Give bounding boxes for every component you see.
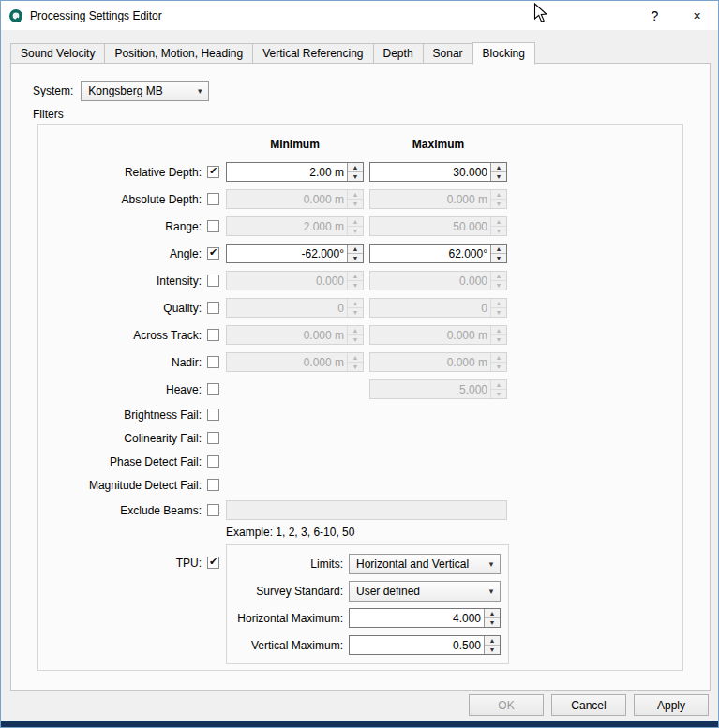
spin-buttons[interactable]: ▲▼ <box>347 299 363 317</box>
nadir-min-input[interactable] <box>227 353 347 371</box>
spin-down-icon[interactable]: ▼ <box>491 253 506 262</box>
absolute-depth-min-spinner[interactable]: ▲▼ <box>226 189 364 209</box>
tab-position-motion-heading[interactable]: Position, Motion, Heading <box>104 43 253 64</box>
quality-max-input[interactable] <box>370 299 490 317</box>
spin-down-icon[interactable]: ▼ <box>491 199 506 208</box>
spin-down-icon[interactable]: ▼ <box>491 389 506 398</box>
relative-depth-min-spinner[interactable]: ▲▼ <box>226 162 364 182</box>
spin-up-icon[interactable]: ▲ <box>491 190 506 199</box>
spin-up-icon[interactable]: ▲ <box>491 163 506 171</box>
across-track-checkbox[interactable] <box>207 329 219 341</box>
heave-max-input[interactable] <box>370 380 490 398</box>
across-track-min-spinner[interactable]: ▲▼ <box>226 325 364 345</box>
tab-blocking[interactable]: Blocking <box>472 42 535 65</box>
intensity-max-input[interactable] <box>370 272 490 290</box>
spin-down-icon[interactable]: ▼ <box>485 645 500 654</box>
spin-buttons[interactable]: ▲▼ <box>347 326 363 344</box>
close-button[interactable]: × <box>676 1 718 30</box>
spin-down-icon[interactable]: ▼ <box>491 171 506 181</box>
spin-down-icon[interactable]: ▼ <box>491 280 506 290</box>
relative-depth-checkbox[interactable] <box>207 166 219 178</box>
spin-buttons[interactable]: ▲▼ <box>347 190 363 208</box>
range-checkbox[interactable] <box>207 220 219 232</box>
angle-checkbox[interactable] <box>207 247 219 260</box>
phase-detect-fail-checkbox[interactable] <box>207 455 219 468</box>
spin-down-icon[interactable]: ▼ <box>348 171 363 181</box>
absolute-depth-max-spinner[interactable]: ▲▼ <box>369 189 507 209</box>
spin-buttons[interactable]: ▲▼ <box>347 272 363 290</box>
spin-up-icon[interactable]: ▲ <box>348 353 363 362</box>
spin-up-icon[interactable]: ▲ <box>491 217 506 226</box>
range-max-input[interactable] <box>370 217 490 235</box>
spin-buttons[interactable]: ▲▼ <box>347 163 363 181</box>
cancel-button[interactable]: Cancel <box>551 694 626 716</box>
spin-buttons[interactable]: ▲▼ <box>347 353 363 371</box>
nadir-max-input[interactable] <box>370 353 490 371</box>
angle-min-spinner[interactable]: ▲▼ <box>226 244 364 263</box>
spin-buttons[interactable]: ▲▼ <box>347 217 363 235</box>
across-track-max-spinner[interactable]: ▲▼ <box>369 325 507 345</box>
quality-max-spinner[interactable]: ▲▼ <box>369 298 507 318</box>
intensity-max-spinner[interactable]: ▲▼ <box>369 271 507 290</box>
spin-up-icon[interactable]: ▲ <box>348 245 363 253</box>
spin-up-icon[interactable]: ▲ <box>348 299 363 307</box>
vertical-maximum-spinner[interactable]: ▲▼ <box>349 635 501 655</box>
apply-button[interactable]: Apply <box>634 694 709 716</box>
spin-up-icon[interactable]: ▲ <box>348 217 363 226</box>
spin-buttons[interactable]: ▲▼ <box>484 609 500 627</box>
spin-buttons[interactable]: ▲▼ <box>490 272 506 290</box>
spin-down-icon[interactable]: ▼ <box>485 617 500 627</box>
tpu-checkbox[interactable] <box>207 557 219 569</box>
spin-down-icon[interactable]: ▼ <box>491 362 506 371</box>
angle-max-input[interactable] <box>370 245 490 262</box>
intensity-min-input[interactable] <box>227 272 347 290</box>
help-button[interactable]: ? <box>634 1 676 30</box>
across-track-min-input[interactable] <box>227 326 347 344</box>
relative-depth-max-input[interactable] <box>370 163 490 181</box>
intensity-min-spinner[interactable]: ▲▼ <box>226 271 364 290</box>
spin-up-icon[interactable]: ▲ <box>491 299 506 307</box>
tab-depth[interactable]: Depth <box>373 43 424 64</box>
horizontal-maximum-spinner[interactable]: ▲▼ <box>349 608 501 628</box>
spin-buttons[interactable]: ▲▼ <box>484 636 500 654</box>
horizontal-maximum-input[interactable] <box>350 609 484 627</box>
colinearity-fail-checkbox[interactable] <box>207 432 219 444</box>
spin-up-icon[interactable]: ▲ <box>348 163 363 171</box>
spin-down-icon[interactable]: ▼ <box>491 334 506 344</box>
spin-down-icon[interactable]: ▼ <box>348 226 363 235</box>
spin-down-icon[interactable]: ▼ <box>348 307 363 317</box>
exclude-beams-input[interactable] <box>226 500 507 520</box>
survey-standard-combobox[interactable]: User defined ▾ <box>349 581 501 602</box>
tab-vertical-referencing[interactable]: Vertical Referencing <box>252 43 373 64</box>
spin-down-icon[interactable]: ▼ <box>348 334 363 344</box>
spin-down-icon[interactable]: ▼ <box>348 362 363 371</box>
absolute-depth-max-input[interactable] <box>370 190 490 208</box>
across-track-max-input[interactable] <box>370 326 490 344</box>
vertical-maximum-input[interactable] <box>350 636 484 654</box>
nadir-checkbox[interactable] <box>207 356 219 368</box>
tab-sound-velocity[interactable]: Sound Velocity <box>10 43 105 64</box>
range-max-spinner[interactable]: ▲▼ <box>369 216 507 236</box>
exclude-beams-checkbox[interactable] <box>207 504 219 516</box>
spin-buttons[interactable]: ▲▼ <box>490 217 506 235</box>
limits-combobox[interactable]: Horizontal and Vertical ▾ <box>349 554 501 574</box>
quality-checkbox[interactable] <box>207 302 219 314</box>
brightness-fail-checkbox[interactable] <box>207 409 219 421</box>
spin-down-icon[interactable]: ▼ <box>491 226 506 235</box>
spin-buttons[interactable]: ▲▼ <box>490 380 506 398</box>
spin-up-icon[interactable]: ▲ <box>491 380 506 389</box>
quality-min-spinner[interactable]: ▲▼ <box>226 298 364 318</box>
absolute-depth-checkbox[interactable] <box>207 193 219 205</box>
spin-buttons[interactable]: ▲▼ <box>490 299 506 317</box>
spin-buttons[interactable]: ▲▼ <box>490 245 506 262</box>
relative-depth-max-spinner[interactable]: ▲▼ <box>369 162 507 182</box>
spin-up-icon[interactable]: ▲ <box>348 272 363 280</box>
nadir-min-spinner[interactable]: ▲▼ <box>226 352 364 372</box>
spin-up-icon[interactable]: ▲ <box>485 609 500 617</box>
magnitude-detect-fail-checkbox[interactable] <box>207 479 219 491</box>
spin-buttons[interactable]: ▲▼ <box>490 353 506 371</box>
spin-up-icon[interactable]: ▲ <box>348 190 363 199</box>
spin-down-icon[interactable]: ▼ <box>491 307 506 317</box>
heave-max-spinner[interactable]: ▲▼ <box>369 379 507 399</box>
system-combobox[interactable]: Kongsberg MB ▾ <box>81 81 209 101</box>
